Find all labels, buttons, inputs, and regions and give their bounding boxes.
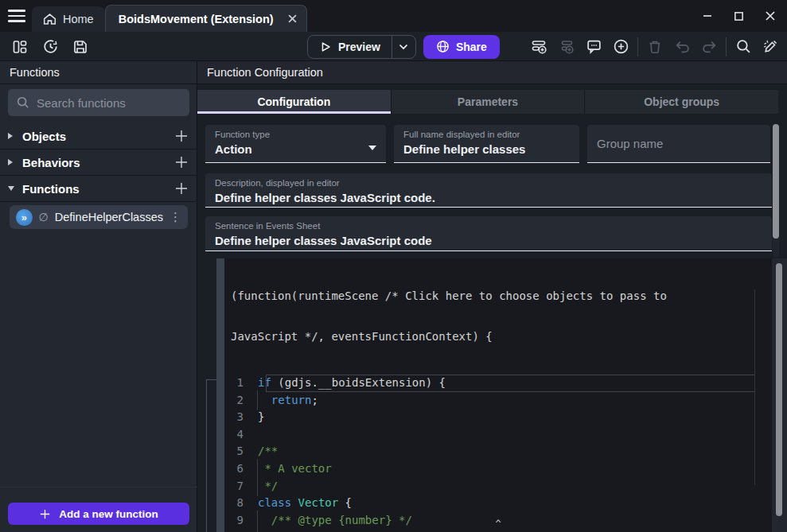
function-item-label: DefineHelperClasses (55, 211, 163, 223)
code-line[interactable]: 3 } (224, 409, 772, 426)
preview-label: Preview (338, 41, 380, 53)
code-line[interactable]: 4 (224, 426, 772, 444)
add-comment-icon[interactable] (583, 37, 604, 57)
maximize-icon[interactable] (734, 11, 744, 21)
code-lines: 1 if (gdjs.__boidsExtension) { 2 return;… (224, 375, 772, 532)
description-field[interactable]: Description, displayed in editor Define … (205, 173, 772, 208)
tab-parameters[interactable]: Parameters (392, 90, 585, 114)
function-icon: » (16, 209, 33, 226)
code-scrollbar[interactable] (772, 258, 787, 532)
search-icon[interactable] (733, 37, 754, 57)
tab-home[interactable]: Home (32, 6, 105, 32)
tab-extension[interactable]: BoidsMovement (Extension) (105, 5, 307, 32)
toolbar-separator (726, 37, 727, 56)
full-name-field[interactable]: Full name displayed in editor Define hel… (394, 125, 579, 163)
function-configuration-panel: Function Configuration Configuration Par… (197, 61, 787, 532)
javascript-code-editor[interactable]: (function(runtimeScene /* Click here to … (224, 258, 772, 532)
search-functions-box[interactable] (8, 89, 189, 116)
redo-icon[interactable] (699, 37, 719, 57)
preview-button[interactable]: Preview (308, 36, 392, 58)
code-line[interactable]: 8 class Vector { (224, 495, 772, 512)
code-line[interactable]: 6 * A vector (224, 460, 772, 478)
search-icon (16, 95, 30, 110)
code-line[interactable]: 2 return; (224, 392, 772, 410)
history-icon[interactable] (40, 37, 60, 57)
app-window: Home BoidsMovement (Extension) (0, 0, 787, 532)
line-number: 4 (224, 426, 256, 444)
chevron-right-icon (8, 159, 19, 165)
config-tabs: Configuration Parameters Object groups (197, 90, 778, 114)
sidebar-footer: Add a new function (0, 487, 197, 532)
add-new-function-button[interactable]: Add a new function (8, 503, 189, 525)
line-number: 9 (224, 512, 256, 530)
sidebar-header: Functions (0, 61, 197, 84)
line-number: 7 (224, 478, 256, 495)
line-number: 5 (224, 443, 256, 460)
line-number: 3 (224, 409, 256, 426)
add-function-icon[interactable] (173, 181, 189, 196)
main-header: Function Configuration (197, 61, 787, 84)
undo-icon[interactable] (672, 37, 692, 57)
code-header[interactable]: (function(runtimeScene /* Click here to … (224, 258, 772, 371)
sidebar-item-behaviors[interactable]: Behaviors (0, 150, 197, 176)
sidebar-item-functions[interactable]: Functions (0, 176, 197, 202)
code-editor-area: (function(runtimeScene /* Click here to … (197, 258, 787, 532)
dropdown-arrow-icon (368, 146, 376, 150)
sidebar-item-objects[interactable]: Objects (0, 123, 197, 150)
event-bracket (206, 379, 216, 532)
save-icon[interactable] (70, 37, 91, 57)
main-title: Function Configuration (207, 66, 323, 79)
function-item-selected[interactable]: » ∅ DefineHelperClasses ⋮ (10, 205, 188, 229)
play-icon (319, 41, 332, 53)
share-button[interactable]: Share (423, 35, 500, 59)
tab-home-label: Home (63, 13, 94, 25)
magic-pen-icon[interactable] (760, 37, 781, 57)
toolbar: Preview Share (0, 32, 787, 61)
event-drag-handle[interactable] (216, 258, 224, 532)
code-line[interactable]: 7 */ (224, 478, 772, 495)
function-type-select[interactable]: Function type Action (205, 125, 386, 163)
collapse-caret-icon[interactable]: ^ (495, 518, 501, 530)
sentence-field[interactable]: Sentence in Events Sheet Define helper c… (205, 216, 772, 251)
functions-sidebar: Functions Objects Behaviors Functions (0, 61, 197, 532)
extension-tree: Objects Behaviors Functions (0, 123, 197, 202)
config-scrollbar-thumb[interactable] (773, 124, 779, 239)
line-number: 1 (224, 375, 256, 392)
home-icon (43, 13, 56, 25)
share-label: Share (456, 41, 487, 53)
trash-icon[interactable] (645, 37, 665, 57)
minimize-icon[interactable] (702, 10, 713, 21)
preview-dropdown-chevron-icon[interactable] (392, 36, 415, 58)
tab-close-icon[interactable] (288, 14, 297, 23)
add-new-function-label: Add a new function (59, 508, 158, 520)
plus-icon (39, 508, 51, 520)
tab-extension-label: BoidsMovement (Extension) (119, 13, 274, 25)
code-scrollbar-thumb[interactable] (776, 263, 782, 516)
chevron-down-icon (8, 186, 19, 191)
add-behavior-icon[interactable] (173, 154, 189, 170)
preview-button-group: Preview (307, 35, 416, 59)
code-line[interactable]: 1 if (gdjs.__boidsExtension) { (224, 375, 772, 392)
titlebar: Home BoidsMovement (Extension) (0, 0, 787, 32)
search-functions-input[interactable] (37, 96, 195, 110)
choose-event-icon[interactable] (610, 37, 631, 57)
group-name-input[interactable] (597, 137, 761, 150)
group-name-field[interactable] (587, 125, 770, 163)
kebab-menu-icon[interactable]: ⋮ (169, 210, 181, 224)
code-line[interactable]: 5 /** (224, 443, 772, 460)
window-controls (702, 0, 776, 32)
add-object-icon[interactable] (173, 128, 189, 144)
chevron-right-icon (8, 133, 19, 139)
config-scrollbar[interactable] (773, 124, 779, 258)
line-number: 10 (224, 529, 256, 532)
panels-layout-icon[interactable] (10, 37, 30, 57)
close-icon[interactable] (765, 10, 776, 21)
main-menu-icon[interactable] (8, 6, 30, 25)
tab-object-groups[interactable]: Object groups (585, 90, 778, 114)
line-number: 2 (224, 392, 256, 410)
add-event-icon[interactable] (529, 37, 550, 57)
toolbar-separator (637, 37, 638, 56)
add-sub-event-icon[interactable] (556, 37, 577, 57)
tab-configuration[interactable]: Configuration (197, 90, 391, 114)
line-number: 8 (224, 495, 256, 512)
